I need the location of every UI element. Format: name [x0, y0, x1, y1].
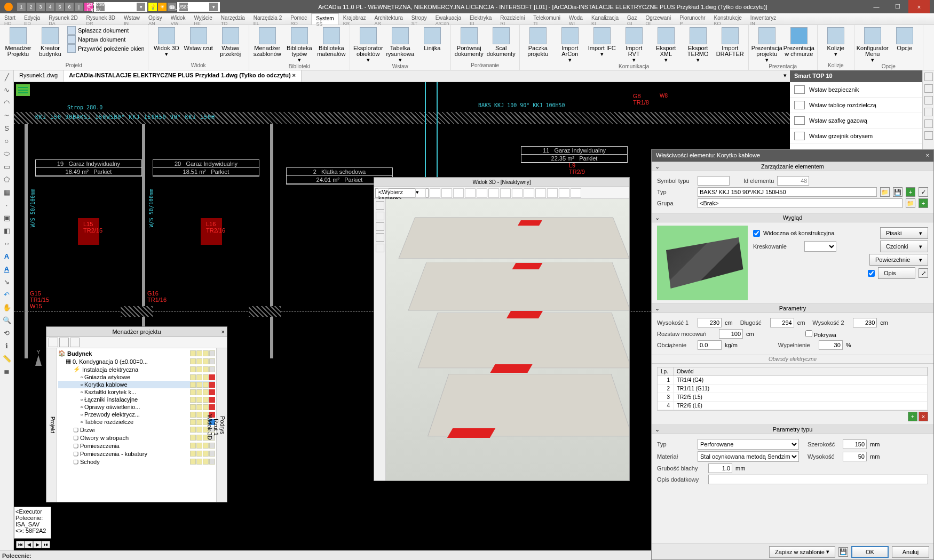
linijka-button[interactable]: Linijka [417, 26, 447, 51]
repair-doc-button[interactable]: Napraw dokument [67, 35, 145, 44]
kreator-budynku-button[interactable]: Kreator budynku [35, 26, 65, 57]
pd-close-icon[interactable]: × [926, 152, 929, 159]
camera-combo[interactable]: <Wybierz kamerę>▾ [375, 188, 429, 198]
export-termo-button[interactable]: Eksport TERMO▾ [683, 26, 713, 63]
szer-input[interactable] [843, 439, 867, 449]
export-xml-button[interactable]: Eksport XML▾ [651, 26, 681, 63]
project-manager-window[interactable]: Menadżer projektu× Projekt 🏠Budynek▦0. K… [46, 326, 227, 502]
smart-item-panel[interactable]: Wstaw tablicę rozdzielczą [790, 98, 922, 113]
rt-icon-5[interactable] [924, 119, 933, 128]
kolizje-button[interactable]: Kolizje▾ [821, 26, 851, 57]
circuit-row[interactable]: 4TR2/6 (L6) [658, 402, 928, 410]
grupa-input[interactable] [698, 198, 903, 208]
hatch-combo[interactable] [804, 241, 836, 252]
properties-dialog[interactable]: Właściwości elementu: Korytko kablowe × … [651, 149, 934, 560]
ribbon-tab-gi[interactable]: GazGI [623, 13, 641, 25]
v3d-tool3-icon[interactable] [453, 188, 464, 198]
v3d-side5-icon[interactable] [376, 244, 384, 252]
grub-input[interactable] [708, 463, 732, 473]
pd-sec-management[interactable]: ⌄Zarządzanie elementem [652, 162, 933, 171]
v3d-tool5-icon[interactable] [477, 188, 487, 198]
v3d-side3-icon[interactable] [376, 222, 384, 231]
tree-node[interactable]: ▫Gniazda wtykowe [58, 373, 215, 381]
import-rvt-button[interactable]: Import RVT▾ [619, 26, 649, 63]
view3d-window[interactable]: Widok 3D - [Nieaktywny] <Wybierz kamerę>… [374, 177, 630, 481]
ribbon-tab-el[interactable]: Narzędzia 2EL [249, 13, 286, 25]
qat-print-icon[interactable]: 6 [65, 3, 74, 11]
tool-rect-icon[interactable]: ▭ [2, 161, 12, 172]
tree-node[interactable]: ⚡Instalacja elektryczna [58, 365, 215, 373]
tool-undo2-icon[interactable]: ↶ [2, 289, 12, 300]
circuit-row[interactable]: 2TR1/11 (G11) [658, 385, 928, 393]
ribbon-tab-he[interactable]: WyjścieHE [189, 13, 216, 25]
qat-workspace-combo[interactable]: Szkicowanie i opisy▾ [94, 2, 147, 12]
prez-projektu-button[interactable]: Prezentacja projektu▾ [752, 26, 782, 63]
opis-expand-icon[interactable]: ⤢ [919, 268, 928, 278]
tool-polyline-icon[interactable]: ∿ [2, 84, 12, 95]
tabs-dropdown-icon[interactable]: ▾ [780, 70, 790, 82]
canvas-menu-icon[interactable] [16, 84, 30, 96]
qat-bulb-icon[interactable]: 💡 [148, 3, 157, 11]
v3d-tool12-icon[interactable] [559, 188, 569, 198]
obc-input[interactable] [698, 340, 722, 350]
close-button[interactable]: × [908, 0, 930, 13]
pm-tab-rzut1[interactable]: Rzut 1 [213, 355, 219, 500]
tool-dim-icon[interactable]: ↔ [2, 238, 12, 249]
v3d-tool13-icon[interactable] [571, 188, 581, 198]
nav-last-icon[interactable]: ⏭ [42, 541, 50, 548]
ribbon-tab-ri[interactable]: RozdzielniRI [496, 13, 529, 25]
tool-block-icon[interactable]: ▣ [2, 212, 12, 223]
v3d-tool2-icon[interactable] [441, 188, 452, 198]
ribbon-tab-vw[interactable]: WidokVW [167, 13, 190, 25]
tree-node[interactable]: ▢Pomieszczenia [58, 442, 215, 450]
grp-add-icon[interactable]: + [919, 198, 928, 208]
tool-circle-icon[interactable]: ○ [2, 135, 12, 146]
tool-curve-icon[interactable]: ～ [2, 110, 12, 121]
import-ifc-button[interactable]: Import IFC▾ [587, 26, 617, 57]
rt-icon-3[interactable] [924, 96, 933, 105]
ribbon-tab-in[interactable]: InwentaryzIN [746, 13, 780, 25]
powierzchnie-button[interactable]: Powierzchnie▾ [869, 254, 928, 266]
czcionki-button[interactable]: Czcionki▾ [880, 241, 928, 252]
typ2-combo[interactable]: Perforowane [698, 439, 799, 450]
tool-poly-icon[interactable]: ⬠ [2, 174, 12, 185]
qat-open-icon[interactable]: 2 [27, 3, 35, 11]
minimize-button[interactable]: — [866, 0, 887, 13]
tree-node[interactable]: ▫Kształtki korytek k... [58, 388, 215, 396]
tool-zoom-icon[interactable]: 🔍 [2, 315, 12, 325]
template-lib-icon[interactable]: 💾 [838, 547, 848, 557]
qat-new-icon[interactable]: 1 [17, 3, 26, 11]
tree-node[interactable]: ▢Pomieszczenia - kubatury [58, 450, 215, 458]
template-mgr-button[interactable]: Menadżer szablonów [252, 26, 282, 57]
smart-item-gas[interactable]: Wstaw szafkę gazową [790, 113, 922, 129]
tool-measure-icon[interactable]: 📏 [2, 353, 12, 364]
import-drafter-button[interactable]: Import DRAFTER [715, 26, 745, 57]
pd-sec-type-params[interactable]: ⌄Parametry typu [652, 425, 933, 434]
ribbon-tab-in[interactable]: WstawIN [120, 13, 144, 25]
circuit-row[interactable]: 3TR2/5 (L5) [658, 393, 928, 402]
ribbon-tab-dr[interactable]: Rysunek 3DDR [82, 13, 120, 25]
ribbon-tab-an[interactable]: OpisyAN [144, 13, 167, 25]
ribbon-tab-ki[interactable]: KanalizacjaKI [587, 13, 623, 25]
circuit-add-icon[interactable]: + [908, 412, 917, 421]
ribbon-tab-da[interactable]: Rysunek 2DDA [44, 13, 82, 25]
tool-hatch-icon[interactable]: ▦ [2, 187, 12, 197]
tree-node[interactable]: ▫Oprawy oświetlenio... [58, 403, 215, 411]
smart-item-fuse[interactable]: Wstaw bezpiecznik [790, 82, 922, 98]
qat-layer-combo[interactable]: isa_V58F2A2▾ [177, 2, 220, 12]
wstaw-rzut-button[interactable]: Wstaw rzut [184, 26, 213, 51]
ok-button[interactable]: OK [851, 546, 889, 558]
ribbon-tab-to[interactable]: NarzędziaTO [217, 13, 249, 25]
explorer-button[interactable]: Eksplorator obiektów▾ [353, 26, 383, 63]
doc-tab-1[interactable]: Rysunek1.dwg [14, 70, 64, 82]
ribbon-tab-st[interactable]: StropyST [407, 13, 431, 25]
tree-node[interactable]: 🏠Budynek [58, 349, 215, 357]
circuit-row[interactable]: 1TR1/4 (G4) [658, 376, 928, 385]
v3d-tool4-icon[interactable] [465, 188, 476, 198]
typ-input[interactable] [698, 187, 877, 197]
widok3d-button[interactable]: Widok 3D▾ [152, 26, 181, 57]
qat-redo-icon[interactable]: 5 [56, 3, 64, 11]
tool-arc-icon[interactable]: ◠ [2, 97, 12, 108]
ribbon-tab-oi[interactable]: OgrzewaniOI [641, 13, 675, 25]
ribbon-tab-ed[interactable]: EdycjaED [20, 13, 44, 25]
